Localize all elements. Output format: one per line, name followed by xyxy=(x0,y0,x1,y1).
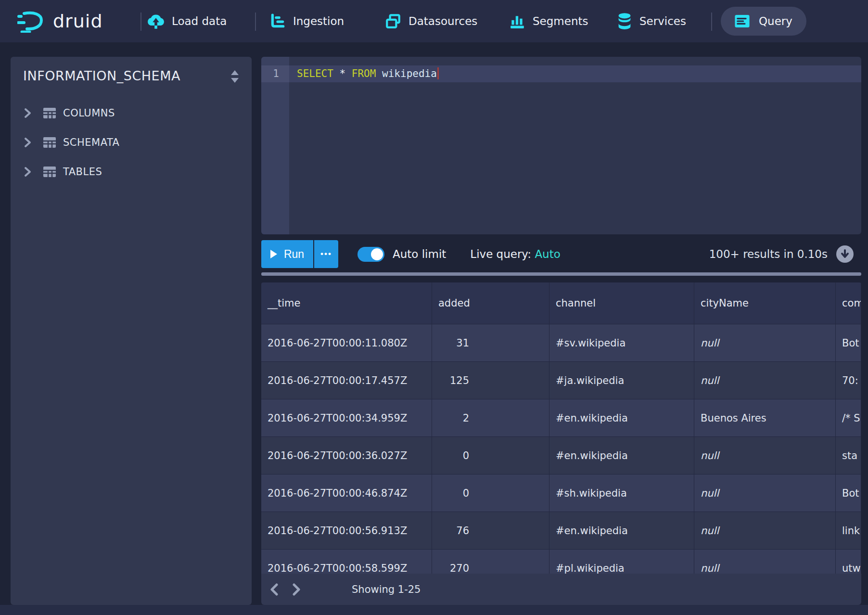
stacked-layers-icon xyxy=(385,13,401,29)
run-button[interactable]: Run xyxy=(261,240,313,268)
sidebar-item-tables[interactable]: TABLES xyxy=(11,157,252,186)
toggle-knob xyxy=(371,248,383,260)
nav-item-label: Datasources xyxy=(408,15,477,27)
editor-line-number: 1 xyxy=(261,65,289,82)
results-pager: Showing 1-25 xyxy=(261,574,861,605)
page-bottom-strip xyxy=(0,605,868,615)
table-cell: #sh.wikipedia xyxy=(549,474,694,512)
table-cell: 0 xyxy=(432,437,549,474)
text-cursor xyxy=(437,67,439,79)
schema-sidebar-header: INFORMATION_SCHEMA xyxy=(11,57,252,94)
column-header-com[interactable]: com xyxy=(836,282,861,324)
nav-item-services[interactable]: Services xyxy=(617,0,686,42)
chevron-right-icon xyxy=(23,107,32,119)
prev-page-button[interactable] xyxy=(263,574,285,605)
results-table: __timeaddedchannelcityNamecom 2016-06-27… xyxy=(261,282,861,574)
nav-item-label: Segments xyxy=(533,15,588,27)
sql-code-line[interactable]: SELECT * FROM wikipedia xyxy=(297,65,439,82)
chevron-right-icon xyxy=(23,166,32,178)
tree-item-label: SCHEMATA xyxy=(63,137,119,148)
nav-item-ingestion[interactable]: Ingestion xyxy=(269,0,344,42)
double-caret-vertical-icon[interactable] xyxy=(230,69,240,84)
gantt-chart-icon xyxy=(269,13,286,29)
table-cell: null xyxy=(694,474,836,512)
console-icon xyxy=(734,14,750,28)
table-cell: utw xyxy=(836,550,861,574)
column-header-added[interactable]: added xyxy=(432,282,549,324)
nav-item-segments[interactable]: Segments xyxy=(509,0,588,42)
nav-item-label: Ingestion xyxy=(293,15,344,27)
database-icon xyxy=(617,13,632,30)
schema-sidebar: INFORMATION_SCHEMA COLUMNS SCHEMATA xyxy=(11,57,252,605)
live-query-label: Live query: Auto xyxy=(470,248,560,260)
schema-title: INFORMATION_SCHEMA xyxy=(23,68,180,83)
query-run-bar: Run ••• Auto limit Live query: Auto 100+… xyxy=(261,240,861,268)
top-navbar: druid Load data Ingestion xyxy=(0,0,868,42)
table-cell: 2 xyxy=(432,399,549,436)
table-cell: 2016-06-27T00:00:17.457Z xyxy=(261,362,432,399)
table-icon xyxy=(42,107,57,119)
table-cell: #en.wikipedia xyxy=(549,437,694,474)
table-cell: null xyxy=(694,362,836,399)
tree-item-label: COLUMNS xyxy=(63,107,115,119)
upload-cloud-icon xyxy=(147,13,165,30)
brand-wordmark: druid xyxy=(53,11,103,32)
results-table-header: __timeaddedchannelcityNamecom xyxy=(261,282,861,324)
table-cell: null xyxy=(694,437,836,474)
live-query-value[interactable]: Auto xyxy=(535,248,560,260)
nav-tab-query[interactable]: Query xyxy=(721,7,806,36)
download-icon[interactable] xyxy=(836,245,854,263)
horizontal-scrollbar[interactable] xyxy=(261,272,861,276)
results-table-body: 2016-06-27T00:00:11.080Z31#sv.wikipedian… xyxy=(261,324,861,574)
table-cell: #sv.wikipedia xyxy=(549,324,694,361)
table-cell: null xyxy=(694,550,836,574)
table-row: 2016-06-27T00:00:34.959Z2#en.wikipediaBu… xyxy=(261,399,861,436)
table-cell: 270 xyxy=(432,550,549,574)
auto-limit-toggle[interactable] xyxy=(357,247,384,262)
tree-item-label: TABLES xyxy=(63,166,102,178)
table-cell: sta xyxy=(836,437,861,474)
table-cell: #en.wikipedia xyxy=(549,399,694,436)
results-summary: 100+ results in 0.10s xyxy=(709,248,828,260)
column-header-cityName[interactable]: cityName xyxy=(694,282,836,324)
table-cell: 2016-06-27T00:00:46.874Z xyxy=(261,474,432,512)
column-header-channel[interactable]: channel xyxy=(549,282,694,324)
sidebar-item-columns[interactable]: COLUMNS xyxy=(11,98,252,128)
table-cell: #pl.wikipedia xyxy=(549,550,694,574)
auto-limit-label: Auto limit xyxy=(393,248,446,260)
table-cell: 31 xyxy=(432,324,549,361)
sidebar-item-schemata[interactable]: SCHEMATA xyxy=(11,128,252,157)
table-cell: 2016-06-27T00:00:36.027Z xyxy=(261,437,432,474)
column-header-__time[interactable]: __time xyxy=(261,282,432,324)
table-cell: 2016-06-27T00:00:56.913Z xyxy=(261,512,432,549)
table-cell: 2016-06-27T00:00:11.080Z xyxy=(261,324,432,361)
next-page-button[interactable] xyxy=(285,574,307,605)
editor-gutter xyxy=(261,57,289,234)
table-cell: 70: xyxy=(836,362,861,399)
table-icon xyxy=(42,136,57,149)
nav-item-label: Services xyxy=(639,15,686,27)
table-row: 2016-06-27T00:00:46.874Z0#sh.wikipedianu… xyxy=(261,474,861,512)
table-cell: Buenos Aires xyxy=(694,399,836,436)
nav-item-datasources[interactable]: Datasources xyxy=(385,0,477,42)
druid-logo[interactable]: druid xyxy=(17,7,103,36)
table-icon xyxy=(42,166,57,178)
table-cell: 125 xyxy=(432,362,549,399)
nav-tab-query-label: Query xyxy=(759,15,792,27)
table-row: 2016-06-27T00:00:11.080Z31#sv.wikipedian… xyxy=(261,324,861,361)
nav-divider xyxy=(255,13,256,31)
nav-divider xyxy=(140,13,141,31)
table-cell: 2016-06-27T00:00:58.599Z xyxy=(261,550,432,574)
chevron-right-icon xyxy=(23,137,32,148)
showing-label: Showing 1-25 xyxy=(352,584,421,595)
table-cell: null xyxy=(694,324,836,361)
bar-chart-icon xyxy=(509,13,525,29)
play-icon xyxy=(270,250,277,258)
sql-editor[interactable]: 1 SELECT * FROM wikipedia xyxy=(261,57,861,234)
nav-item-load-data[interactable]: Load data xyxy=(147,0,227,42)
run-more-button[interactable]: ••• xyxy=(314,240,338,268)
table-cell: 76 xyxy=(432,512,549,549)
schema-tree: COLUMNS SCHEMATA TABLES xyxy=(11,98,252,186)
table-cell: Bot xyxy=(836,324,861,361)
table-cell: 0 xyxy=(432,474,549,512)
